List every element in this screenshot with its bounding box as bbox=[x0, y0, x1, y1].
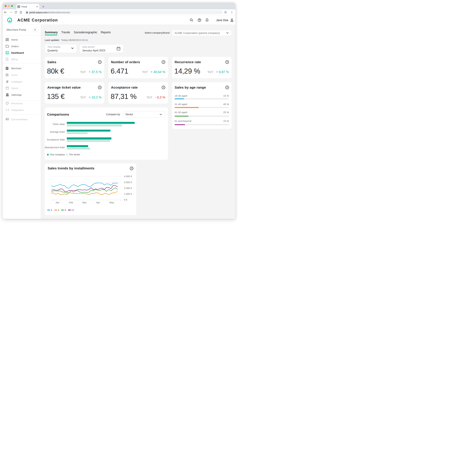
svg-text:?: ? bbox=[163, 61, 164, 63]
svg-text:?: ? bbox=[226, 86, 228, 89]
svg-text:?: ? bbox=[226, 61, 228, 63]
svg-text:?: ? bbox=[163, 86, 164, 89]
svg-text:?: ? bbox=[99, 86, 100, 89]
svg-text:?: ? bbox=[99, 61, 100, 63]
